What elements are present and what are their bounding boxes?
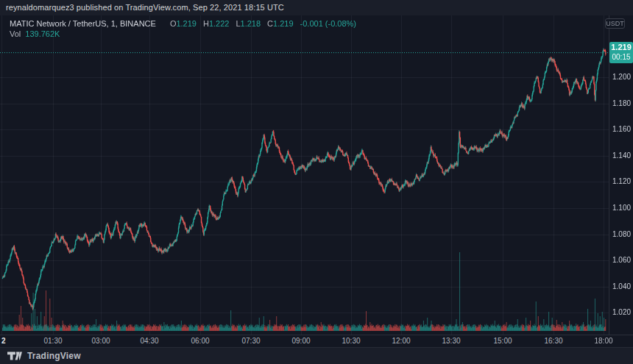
ohlc-values: O1.219H1.222L1.218C1.219 <box>163 19 294 28</box>
price-axis-label: 1.080 <box>609 230 633 238</box>
volume-legend: Vol139.762K <box>10 29 60 38</box>
time-axis-label: 16:30 <box>544 337 562 345</box>
symbol-title[interactable]: MATIC Network / TetherUS, 1, BINANCE <box>10 19 156 28</box>
ohlc-letter: C <box>267 19 273 28</box>
price-axis-label: 1.100 <box>609 204 633 212</box>
price-axis-label: 1.200 <box>609 73 633 81</box>
ohlc-value: 1.218 <box>241 19 261 28</box>
chart-legend: MATIC Network / TetherUS, 1, BINANCEO1.2… <box>10 19 356 28</box>
ohlc-value: 1.222 <box>209 19 230 28</box>
publish-bar: reynaldomarquez3 published on TradingVie… <box>0 0 633 15</box>
time-axis-label: 04:30 <box>140 337 158 345</box>
tradingview-published-chart: reynaldomarquez3 published on TradingVie… <box>0 0 633 364</box>
price-axis-label: 1.160 <box>609 125 633 133</box>
ohlc-value: 1.219 <box>176 19 197 28</box>
time-axis[interactable]: 201:3003:0004:3006:0007:3009:0010:3012:0… <box>0 335 633 347</box>
time-axis-label: 06:00 <box>191 337 209 345</box>
time-axis-label: 01:30 <box>43 337 62 345</box>
price-axis-label: 1.180 <box>609 99 633 107</box>
last-price-tag: 1.219 00:15 <box>609 42 633 63</box>
chart-pane[interactable]: MATIC Network / TetherUS, 1, BINANCEO1.2… <box>0 15 633 335</box>
footer-bar: TradingView <box>0 347 633 364</box>
time-axis-label: 18:00 <box>594 337 612 345</box>
ohlc-letter: H <box>203 19 209 28</box>
last-price-value: 1.219 <box>609 42 633 52</box>
time-axis-label: 10:30 <box>342 337 360 345</box>
time-axis-label: 07:30 <box>241 337 260 345</box>
candle-countdown: 00:15 <box>609 52 633 62</box>
price-axis-label: 1.020 <box>609 308 633 316</box>
time-axis-label: 13:30 <box>442 337 460 345</box>
time-axis-label: 15:00 <box>493 337 512 345</box>
price-axis[interactable]: 1.2001.1801.1601.1401.1201.1001.0801.060… <box>609 15 633 347</box>
price-axis-label: 1.140 <box>609 151 633 160</box>
time-axis-label: 2 <box>1 337 6 345</box>
price-axis-label: 1.040 <box>609 282 633 290</box>
currency-badge: USDT <box>605 18 625 29</box>
ohlc-value: 1.219 <box>273 19 294 28</box>
time-axis-label: 03:00 <box>91 337 110 345</box>
volume-value: 139.762K <box>25 29 60 38</box>
candlestick-chart-canvas[interactable] <box>0 15 609 335</box>
change-value: -0.001 (-0.08%) <box>300 19 356 28</box>
volume-label: Vol <box>10 29 21 38</box>
tradingview-brand-text[interactable]: TradingView <box>27 351 81 361</box>
price-axis-label: 1.060 <box>609 256 633 264</box>
time-axis-label: 09:00 <box>291 337 310 345</box>
price-axis-label: 1.120 <box>609 177 633 185</box>
publish-text: reynaldomarquez3 published on TradingVie… <box>6 3 284 12</box>
tradingview-logo-icon[interactable] <box>7 351 22 360</box>
time-axis-label: 12:00 <box>392 337 410 345</box>
